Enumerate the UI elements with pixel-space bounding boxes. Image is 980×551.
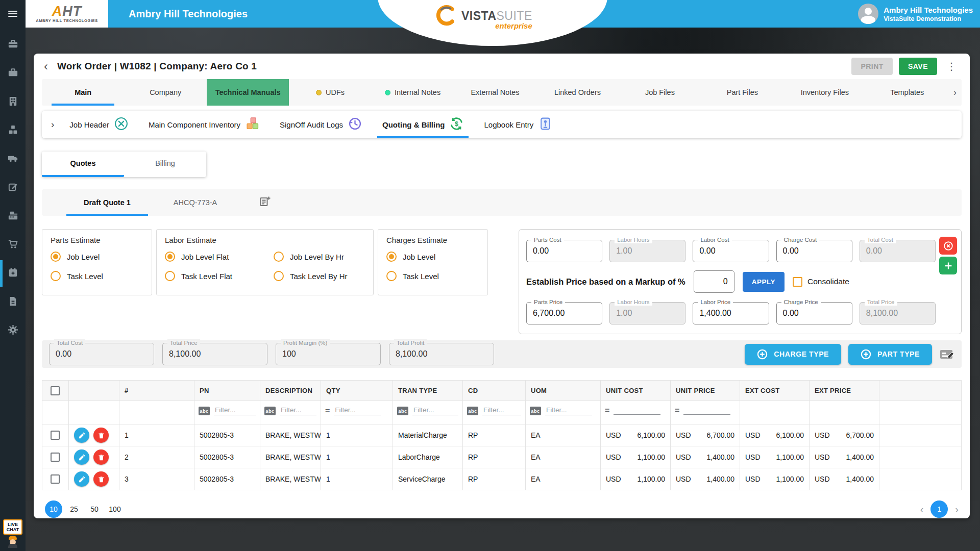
equals-filter-icon[interactable]: =: [605, 406, 609, 415]
tab-quotes[interactable]: Quotes: [42, 152, 124, 177]
sidebar-item-documents[interactable]: [0, 291, 26, 313]
parts-task-level-radio[interactable]: Task Level: [51, 271, 143, 281]
page-size-50[interactable]: 50: [86, 500, 103, 518]
page-size-100[interactable]: 100: [106, 500, 124, 518]
labor-task-level-by-hr-radio[interactable]: Task Level By Hr: [274, 271, 365, 281]
delete-quote-button[interactable]: [939, 237, 957, 255]
subnav-expand-chevron-icon[interactable]: ›: [48, 111, 57, 138]
row-checkbox[interactable]: [51, 453, 60, 462]
consolidate-checkbox[interactable]: [793, 277, 802, 287]
charge-cost-field[interactable]: Charge Cost0.00: [776, 240, 852, 262]
sidebar-item-company[interactable]: [0, 91, 26, 113]
add-part-type-button[interactable]: PART TYPE: [848, 344, 932, 365]
text-filter-icon[interactable]: abc: [264, 407, 276, 415]
parts-price-field[interactable]: Parts Price6,700.00: [526, 302, 602, 324]
equals-filter-icon[interactable]: =: [675, 406, 679, 415]
tab-job-files[interactable]: Job Files: [619, 79, 701, 106]
qty-filter-input[interactable]: Filter...: [334, 406, 381, 415]
qty-column-header[interactable]: QTY: [321, 381, 393, 401]
subnav-signoff-audit-logs[interactable]: SignOff Audit Logs: [272, 111, 370, 138]
edit-row-button[interactable]: [74, 471, 89, 487]
delete-row-button[interactable]: [93, 471, 109, 487]
labor-job-level-flat-radio[interactable]: Job Level Flat: [165, 252, 256, 262]
add-quote-button[interactable]: [238, 189, 291, 216]
tab-part-files[interactable]: Part Files: [701, 79, 783, 106]
tab-udfs[interactable]: UDFs: [289, 79, 371, 106]
back-icon[interactable]: ‹: [44, 61, 57, 72]
tab-inventory-files[interactable]: Inventory Files: [783, 79, 866, 106]
consolidate-option[interactable]: Consolidate: [793, 277, 849, 287]
tab-technical-manuals[interactable]: Technical Manuals: [207, 79, 289, 106]
tab-linked-orders[interactable]: Linked Orders: [536, 79, 619, 106]
page-size-10[interactable]: 10: [45, 500, 62, 518]
subnav-quoting-billing[interactable]: Quoting & Billing $: [374, 111, 472, 138]
tran-type-filter-input[interactable]: Filter...: [412, 406, 458, 415]
text-filter-icon[interactable]: abc: [397, 407, 408, 415]
tab-ahcq-773-a[interactable]: AHCQ-773-A: [152, 189, 238, 216]
sidebar-item-shipping[interactable]: [0, 148, 26, 170]
num-column-header[interactable]: #: [119, 381, 194, 401]
print-button[interactable]: PRINT: [851, 58, 893, 75]
more-options-icon[interactable]: ⋮: [943, 60, 960, 72]
charges-job-level-radio[interactable]: Job Level: [386, 252, 479, 262]
unit-price-column-header[interactable]: UNIT PRICE: [671, 381, 740, 401]
edit-row-button[interactable]: [74, 449, 89, 465]
delete-row-button[interactable]: [93, 428, 109, 443]
description-column-header[interactable]: DESCRIPTION: [260, 381, 321, 401]
charge-price-field[interactable]: Charge Price0.00: [776, 302, 852, 324]
tab-billing[interactable]: Billing: [124, 152, 206, 177]
next-page-chevron-icon[interactable]: ›: [955, 504, 959, 514]
sidebar-item-settings[interactable]: [0, 319, 26, 342]
current-page-button[interactable]: 1: [930, 500, 948, 518]
hamburger-menu-icon[interactable]: [0, 0, 26, 28]
unit-cost-column-header[interactable]: UNIT COST: [601, 381, 671, 401]
user-menu[interactable]: Ambry Hill Technologies VistaSuite Demon…: [858, 4, 973, 24]
aht-logo[interactable]: AHT AMBRY HILL TECHNOLOGIES: [26, 0, 108, 28]
previous-page-chevron-icon[interactable]: ‹: [920, 504, 924, 514]
subnav-logbook-entry[interactable]: Logbook Entry: [476, 111, 560, 138]
sidebar-item-jobs[interactable]: [0, 62, 26, 85]
tab-internal-notes[interactable]: Internal Notes: [372, 79, 454, 106]
labor-job-level-by-hr-radio[interactable]: Job Level By Hr: [274, 252, 365, 262]
text-filter-icon[interactable]: abc: [530, 407, 541, 415]
tab-draft-quote-1[interactable]: Draft Quote 1: [62, 189, 152, 216]
cd-column-header[interactable]: CD: [463, 381, 526, 401]
labor-task-level-flat-radio[interactable]: Task Level Flat: [165, 271, 256, 281]
sidebar-item-purchasing[interactable]: [0, 234, 26, 256]
subnav-main-component-inventory[interactable]: Main Component Inventory: [140, 111, 267, 138]
text-filter-icon[interactable]: abc: [199, 407, 210, 415]
live-chat-widget[interactable]: LIVE CHAT: [2, 519, 23, 548]
markup-percent-input[interactable]: 0: [694, 270, 734, 293]
edit-row-button[interactable]: [74, 428, 89, 443]
tab-external-notes[interactable]: External Notes: [454, 79, 536, 106]
ext-cost-column-header[interactable]: EXT COST: [740, 381, 810, 401]
labor-price-field[interactable]: Labor Price1,400.00: [693, 302, 769, 324]
select-all-checkbox[interactable]: [51, 386, 60, 395]
uom-column-header[interactable]: UOM: [526, 381, 601, 401]
charges-task-level-radio[interactable]: Task Level: [386, 271, 479, 281]
tab-main[interactable]: Main: [42, 79, 124, 106]
add-charge-type-button[interactable]: CHARGE TYPE: [745, 344, 841, 365]
description-filter-input[interactable]: Filter...: [280, 406, 316, 415]
unit-cost-filter-input[interactable]: [614, 413, 660, 415]
ext-price-column-header[interactable]: EXT PRICE: [810, 381, 879, 401]
unit-price-filter-input[interactable]: [683, 413, 730, 415]
cd-filter-input[interactable]: Filter...: [482, 406, 521, 415]
labor-cost-field[interactable]: Labor Cost0.00: [693, 240, 769, 262]
text-filter-icon[interactable]: abc: [467, 407, 478, 415]
pn-column-header[interactable]: PN: [194, 381, 260, 401]
row-checkbox[interactable]: [51, 474, 60, 484]
parts-cost-field[interactable]: Parts Cost0.00: [526, 240, 602, 262]
row-checkbox[interactable]: [51, 431, 60, 440]
equals-filter-icon[interactable]: =: [325, 407, 330, 415]
tab-templates[interactable]: Templates: [866, 79, 948, 106]
uom-filter-input[interactable]: Filter...: [545, 406, 592, 415]
tran-type-column-header[interactable]: TRAN TYPE: [393, 381, 463, 401]
tab-company[interactable]: Company: [124, 79, 206, 106]
parts-job-level-radio[interactable]: Job Level: [51, 252, 143, 262]
page-size-25[interactable]: 25: [65, 500, 83, 518]
apply-button[interactable]: APPLY: [743, 272, 785, 292]
add-line-button[interactable]: [939, 257, 957, 274]
edit-grid-icon[interactable]: [939, 347, 954, 361]
subnav-job-header[interactable]: Job Header: [61, 111, 136, 138]
